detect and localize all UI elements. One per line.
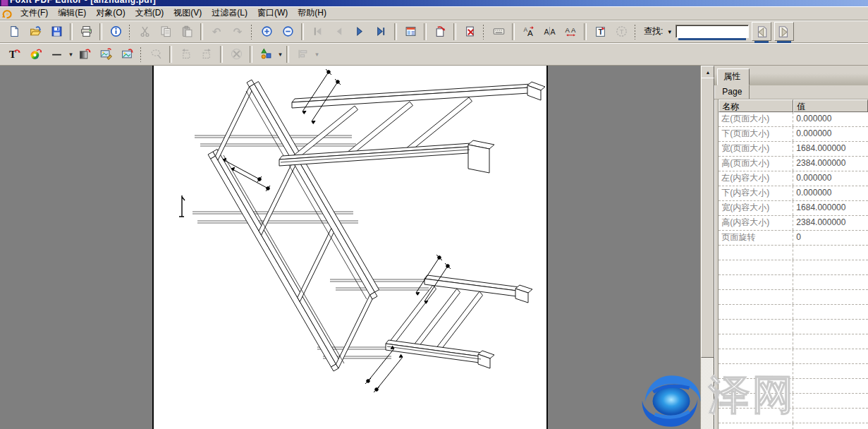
- delete-page-button[interactable]: [460, 22, 479, 42]
- save-document-button[interactable]: [47, 22, 66, 42]
- open-document-button[interactable]: [25, 22, 45, 42]
- scrollbar-thumb[interactable]: [701, 78, 714, 358]
- property-value[interactable]: 2384.000000: [793, 216, 868, 230]
- replace-font-button[interactable]: AA: [518, 22, 538, 42]
- add-shading-button[interactable]: [75, 44, 94, 64]
- add-text-button[interactable]: T: [4, 44, 24, 64]
- property-value: [793, 334, 868, 349]
- copy-icon: [160, 25, 172, 37]
- edit-image-button[interactable]: [96, 44, 116, 64]
- property-value[interactable]: 2384.000000: [793, 157, 868, 171]
- property-name: 宽(页面大小): [719, 142, 793, 156]
- table-row-empty: [719, 260, 868, 275]
- scroll-up-button[interactable]: ▲: [701, 66, 714, 78]
- font-kerning-icon: AA: [544, 25, 556, 37]
- title-bar: Foxit PDF Editor - [anzhuang.pdf]: [0, 0, 868, 6]
- property-value: [793, 246, 868, 260]
- find-previous-button[interactable]: [752, 22, 771, 41]
- new-document-button[interactable]: [4, 22, 24, 42]
- svg-text:T: T: [619, 28, 623, 35]
- menu-item-document[interactable]: 文档(D): [130, 6, 169, 20]
- next-page-button[interactable]: [350, 22, 369, 42]
- redo-button: ↷: [228, 22, 247, 42]
- toolbar-gripper[interactable]: [128, 24, 130, 40]
- menu-bar: 文件(F)编辑(E)对象(O)文档(D)视图(V)过滤器(L)窗口(W)帮助(H…: [0, 6, 868, 20]
- property-value: [793, 320, 868, 334]
- copy-button: [156, 22, 176, 42]
- find-group: 查找:▾: [644, 22, 795, 41]
- add-text-object-icon: T: [594, 25, 606, 37]
- table-row-empty: [719, 423, 868, 429]
- table-header: 名称 值: [719, 99, 868, 112]
- menu-item-object[interactable]: 对象(O): [91, 6, 130, 20]
- save-document-icon: [51, 25, 63, 37]
- toolbar-gripper[interactable]: [634, 24, 636, 40]
- print-button[interactable]: [76, 22, 96, 42]
- find-next-button[interactable]: [774, 22, 794, 41]
- font-kerning-button[interactable]: AA: [539, 22, 559, 42]
- menu-item-help[interactable]: 帮助(H): [293, 6, 331, 20]
- vertical-scrollbar[interactable]: ▲: [700, 66, 714, 429]
- print-icon: [80, 25, 92, 37]
- document-drawing: [154, 66, 546, 429]
- property-name: [719, 260, 793, 274]
- cut-icon: [139, 25, 151, 37]
- add-color-button[interactable]: [25, 44, 45, 64]
- insert-shape-button[interactable]: [256, 44, 276, 64]
- find-input[interactable]: [676, 25, 749, 38]
- toolbar-gripper[interactable]: [250, 24, 252, 40]
- menu-item-filter[interactable]: 过滤器(L): [207, 6, 252, 20]
- table-row: 左(页面大小)0.000000: [719, 112, 868, 127]
- menu-item-window[interactable]: 窗口(W): [252, 6, 293, 20]
- property-name: [719, 334, 793, 349]
- line-style-button[interactable]: [47, 44, 66, 64]
- panel-page-tabrow: Page: [714, 85, 868, 99]
- add-text-object-button[interactable]: T: [590, 22, 610, 42]
- toolbar-gripper[interactable]: [140, 47, 142, 62]
- last-page-button[interactable]: [371, 22, 391, 42]
- insert-shape-dropdown-arrow-icon[interactable]: ▾: [277, 51, 283, 58]
- property-name: [719, 246, 793, 260]
- rotate-page-button[interactable]: [430, 22, 450, 42]
- toolbar-separator: [286, 46, 289, 63]
- add-image-button[interactable]: [117, 44, 137, 64]
- property-value[interactable]: 0.000000: [793, 112, 868, 126]
- paste-icon: [181, 25, 193, 37]
- previous-page-icon: [333, 25, 345, 37]
- table-row-empty: [719, 246, 868, 260]
- window-title: Foxit PDF Editor - [anzhuang.pdf]: [10, 0, 156, 5]
- menu-item-file[interactable]: 文件(F): [16, 6, 53, 20]
- line-style-dropdown-arrow-icon[interactable]: ▾: [68, 51, 74, 58]
- first-page-icon: [312, 25, 324, 37]
- text-select-mode-button: T: [611, 22, 631, 42]
- svg-text:A: A: [527, 28, 532, 37]
- property-value: [793, 349, 868, 363]
- table-row: 宽(内容大小)1684.000000: [719, 201, 868, 216]
- property-name: [719, 423, 793, 429]
- page-layout-button[interactable]: [401, 22, 420, 42]
- property-value[interactable]: 1684.000000: [793, 201, 868, 215]
- document-info-button[interactable]: [106, 22, 126, 42]
- table-row-empty: [719, 394, 868, 409]
- zoom-out-button[interactable]: [278, 22, 298, 42]
- char-spacing-button[interactable]: AA: [561, 22, 580, 42]
- table-row-empty: [719, 290, 868, 305]
- menu-item-edit[interactable]: 编辑(E): [53, 6, 91, 20]
- menu-item-view[interactable]: 视图(V): [169, 6, 207, 20]
- toolbar-separator: [70, 23, 73, 40]
- keyboard-input-button[interactable]: [489, 22, 508, 42]
- find-dropdown-arrow-icon[interactable]: ▾: [665, 25, 674, 37]
- toolbar-separator: [250, 46, 252, 63]
- property-value: [793, 364, 868, 378]
- property-name: [719, 409, 793, 423]
- zoom-in-button[interactable]: [257, 22, 276, 42]
- toolbar-gripper[interactable]: [482, 24, 484, 40]
- tab-properties[interactable]: 属性: [717, 68, 750, 85]
- property-value[interactable]: 1684.000000: [793, 142, 868, 156]
- property-value[interactable]: 0.000000: [793, 171, 868, 186]
- undo-button: ↶: [207, 22, 226, 42]
- property-value[interactable]: 0.000000: [793, 127, 868, 141]
- tab-page[interactable]: Page: [714, 85, 750, 99]
- property-value[interactable]: 0: [793, 231, 868, 245]
- property-value[interactable]: 0.000000: [793, 186, 868, 200]
